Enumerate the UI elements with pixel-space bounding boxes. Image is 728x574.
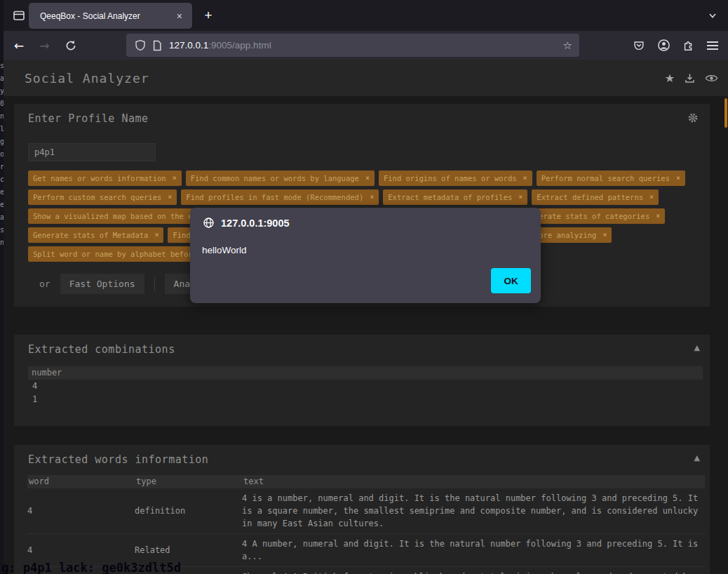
tab-close-icon[interactable]: ×	[174, 11, 185, 22]
eye-icon[interactable]	[705, 73, 718, 84]
remove-tag-icon[interactable]: ×	[518, 192, 523, 203]
firefox-view-icon[interactable]	[11, 7, 27, 24]
browser-tab[interactable]: QeeqBox - Social Analyzer ×	[29, 3, 192, 29]
option-tag-label: Generate stats of Metadata	[33, 229, 148, 241]
option-tag-label: Generate stats of categories	[525, 211, 649, 222]
url-bar[interactable]: 127.0.0.1:9005/app.html ☆	[126, 34, 579, 57]
words-table-header: word type text	[27, 475, 705, 488]
words-table-row: 4 definition 4 is a number, numeral and …	[27, 488, 705, 534]
or-label: or	[39, 279, 50, 289]
option-tag-label: Perform normal search queries	[541, 173, 670, 184]
reload-button[interactable]	[65, 40, 76, 51]
button-separator	[154, 277, 155, 291]
account-icon[interactable]	[657, 39, 670, 52]
text-cell: Channel 4 A British free-to-air public b…	[242, 567, 705, 574]
combinations-column-header: number	[28, 366, 703, 380]
remove-tag-icon[interactable]: ×	[602, 229, 607, 241]
download-icon[interactable]	[684, 72, 696, 84]
pocket-icon[interactable]	[633, 39, 645, 52]
url-path: :9005/app.html	[208, 40, 271, 51]
option-tag: Extract metadata of profiles×	[383, 189, 527, 205]
collapse-arrow-icon[interactable]: ▲	[694, 453, 700, 462]
remove-tag-icon[interactable]: ×	[656, 211, 660, 222]
combinations-table: number 4 1	[28, 366, 703, 406]
option-tag-label: Extract defined patterns	[537, 192, 643, 203]
option-tag-label: Extract metadata of profiles	[388, 192, 512, 203]
shield-icon[interactable]	[135, 39, 146, 51]
terminal-edge-fragments: say0nl.:gor.c/eeasn	[0, 60, 4, 312]
col-header-type: type	[135, 475, 242, 488]
option-tag-label: Find profiles in fast mode (Recommended)	[186, 192, 363, 203]
word-cell: 4	[27, 540, 135, 560]
option-tag: Get names or words information×	[28, 171, 182, 186]
word-cell: 4	[27, 501, 135, 521]
words-section: Extracted words information ▲ word type …	[14, 445, 710, 574]
page-viewport: Social Analyzer ★ Enter Profile Name Get…	[4, 60, 728, 574]
option-tag: Generate stats of Metadata×	[28, 227, 163, 243]
combination-row: 4	[28, 380, 703, 393]
option-tag-label: Find origins of names or words	[384, 173, 517, 184]
browser-window: QeeqBox - Social Analyzer × + ← →	[4, 0, 728, 574]
url-host: 127.0.0.1	[169, 40, 208, 51]
menu-hamburger-icon[interactable]	[707, 39, 718, 52]
text-cell: 4 is a number, numeral and digit. It is …	[242, 488, 705, 533]
option-tag: Find profiles in fast mode (Recommended)…	[181, 189, 379, 205]
remove-tag-icon[interactable]: ×	[370, 192, 374, 203]
remove-tag-icon[interactable]: ×	[154, 229, 159, 241]
profile-section-title: Enter Profile Name	[28, 112, 149, 125]
tab-title: QeeqBox - Social Analyzer	[40, 11, 174, 21]
remove-tag-icon[interactable]: ×	[168, 192, 172, 203]
remove-tag-icon[interactable]: ×	[523, 173, 527, 184]
remove-tag-icon[interactable]: ×	[365, 173, 370, 184]
option-tag: Find origins of names or words×	[379, 171, 532, 186]
words-title: Extracted words information	[28, 453, 208, 466]
app-title: Social Analyzer	[25, 71, 149, 86]
remove-tag-icon[interactable]: ×	[676, 173, 680, 184]
option-tag-label: Get names or words information	[33, 173, 166, 184]
option-tag-label: Find common names or words by language	[191, 173, 359, 184]
option-tag: Generate stats of categories×	[520, 208, 665, 224]
terminal-bottom-text: g: p4p1 lack: ge0k3zdlt5d	[1, 561, 181, 574]
option-tag-label: Perform custom search queries	[33, 192, 161, 203]
option-tag: Perform normal search queries×	[537, 171, 685, 186]
browser-tab-bar: QeeqBox - Social Analyzer × +	[4, 0, 728, 31]
gear-icon[interactable]	[687, 112, 699, 124]
url-text: 127.0.0.1:9005/app.html	[169, 40, 563, 51]
option-tag: Perform custom search queries×	[28, 189, 177, 205]
combinations-section: Extracted combinations ▲ number 4 1	[14, 335, 710, 426]
dialog-ok-button[interactable]: OK	[491, 268, 531, 293]
dialog-message: helloWorld	[202, 245, 247, 255]
remove-tag-icon[interactable]: ×	[649, 192, 654, 203]
words-table: word type text 4 definition 4 is a numbe…	[27, 475, 705, 574]
combinations-title: Extracted combinations	[28, 343, 175, 356]
bookmark-star-icon[interactable]: ☆	[563, 39, 572, 52]
back-button[interactable]: ←	[14, 39, 24, 53]
option-tag: Extract defined patterns×	[532, 189, 659, 205]
alert-dialog: 127.0.0.1:9005 helloWorld OK	[190, 208, 541, 303]
profile-name-input[interactable]	[28, 143, 156, 161]
tab-list-chevron-icon[interactable]	[704, 7, 721, 24]
browser-toolbar: ← → 127.0.0.1:9005/app.html ☆	[4, 31, 728, 60]
dialog-origin: 127.0.0.1:9005	[221, 218, 290, 229]
app-header: Social Analyzer ★	[4, 60, 728, 96]
new-tab-button[interactable]: +	[198, 6, 218, 25]
option-tag: Find common names or words by language×	[186, 171, 375, 186]
col-header-word: word	[27, 475, 135, 488]
type-cell: definition	[135, 501, 242, 521]
remove-tag-icon[interactable]: ×	[173, 173, 177, 184]
col-header-text: text	[242, 475, 705, 488]
page-info-icon[interactable]	[152, 40, 162, 51]
globe-icon	[203, 217, 215, 229]
forward-button[interactable]: →	[39, 39, 49, 53]
extensions-puzzle-icon[interactable]	[682, 39, 695, 52]
page-scrollbar-thumb[interactable]	[724, 98, 727, 128]
star-icon[interactable]: ★	[665, 72, 675, 85]
fast-options-button[interactable]: Fast Options	[60, 274, 144, 294]
collapse-arrow-icon[interactable]: ▲	[694, 343, 700, 352]
text-cell: 4 A number, numeral and digit. It is the…	[242, 534, 705, 566]
combination-row: 1	[28, 393, 703, 406]
type-cell: Related	[135, 540, 242, 560]
